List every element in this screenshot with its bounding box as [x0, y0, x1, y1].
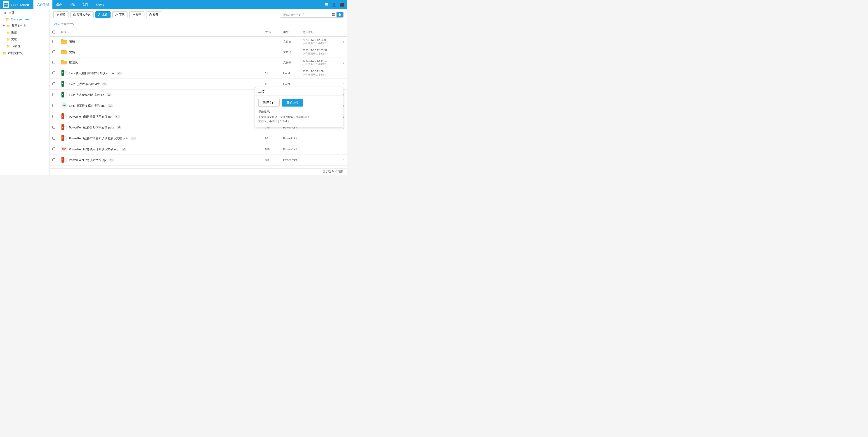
search-button[interactable] — [337, 12, 343, 18]
search-input[interactable] — [280, 12, 330, 18]
file-name[interactable]: Excel产品价格列表演示.xls — [69, 93, 104, 97]
nav-tab-recycle[interactable]: 回收站 — [92, 0, 108, 9]
sidebar-label-share-pictures: Share pictures — [10, 18, 29, 21]
sidebar-item-drawings[interactable]: 📁 图纸 — [0, 29, 50, 36]
sidebar-item-shared-folder[interactable]: ▼ 📁 共享文件夹 — [0, 22, 50, 29]
delete-label: 移除 — [153, 13, 158, 17]
table-row[interactable]: 压缩包 文件夹 2020/11/20 12:54:18小明 更新于 1 小时前 … — [50, 57, 347, 68]
row-checkbox[interactable] — [53, 126, 55, 129]
row-expand-icon[interactable]: › — [343, 50, 344, 54]
version-badge: v1 — [108, 104, 113, 107]
row-checkbox[interactable] — [53, 158, 55, 161]
svg-text:ODP: ODP — [62, 148, 66, 150]
file-name[interactable]: Excel办公楼日常维护计划演示.xlsx — [69, 71, 114, 75]
file-size: 12 KB — [265, 72, 273, 75]
header-actions: ☰ 👤 ⬛ — [325, 2, 344, 7]
row-checkbox[interactable] — [53, 104, 55, 107]
grid-view-button[interactable] — [330, 12, 337, 18]
row-expand-icon[interactable]: › — [343, 61, 344, 64]
user-icon[interactable]: 👤 — [332, 2, 336, 7]
file-name[interactable]: 文档 — [69, 50, 75, 54]
row-checkbox[interactable] — [53, 93, 55, 96]
row-expand-icon[interactable]: › — [343, 104, 344, 108]
row-checkbox[interactable] — [53, 40, 55, 43]
file-name[interactable]: PowerPoint业务计划演示文稿.pptx — [69, 125, 114, 129]
row-expand-icon[interactable]: › — [343, 147, 344, 151]
sidebar-item-compressed[interactable]: 📁 压缩包 — [0, 43, 50, 50]
col-size: 大小 — [262, 28, 281, 37]
file-name[interactable]: PowerPoint业务市场营销玻璃窗演示文稿.pptx — [69, 136, 129, 141]
table-row[interactable]: X Excel办公楼日常维护计划演示.xlsx v1 12 KB Excel 2… — [50, 68, 347, 79]
collapse-icon: ▼ — [3, 24, 5, 27]
new-folder-button[interactable]: 新建文件夹 — [70, 11, 94, 18]
table-row[interactable]: P PowerPoint业务演示文稿.ppt v1 3.3 PowerPoint… — [50, 155, 347, 166]
breadcrumb-all[interactable]: 全部 — [53, 22, 59, 26]
file-name[interactable]: Excel员工设备库存演示.ods — [69, 104, 105, 108]
sidebar-item-all[interactable]: ⊞ 全部 — [0, 9, 50, 16]
table-row[interactable]: 文档 文件夹 2020/11/20 12:53:59小明 更新于 1 小时前 › — [50, 47, 347, 57]
row-checkbox[interactable] — [53, 115, 55, 118]
file-name[interactable]: PowerPoint业务项目计划演示文稿.odp — [69, 147, 119, 151]
row-checkbox[interactable] — [53, 71, 55, 75]
file-name[interactable]: PowerPoint业务演示文稿.ppt — [69, 158, 106, 162]
start-upload-button[interactable]: 开始上传 — [282, 99, 303, 107]
row-checkbox[interactable] — [53, 137, 55, 140]
time-main: 2020/11/20 12:53:59 — [303, 49, 338, 52]
table-row[interactable]: P PowerPoint业务市场营销玻璃窗演示文稿.pptx v1 98 Pow… — [50, 133, 347, 144]
upload-button[interactable]: 上传 — [95, 11, 111, 18]
row-expand-icon[interactable]: › — [343, 93, 344, 97]
row-expand-icon[interactable]: › — [343, 158, 344, 162]
file-name-cell: 图纸 — [61, 39, 260, 45]
nav-tab-task[interactable]: 任务 — [53, 0, 66, 9]
logout-icon[interactable]: ⬛ — [340, 2, 344, 7]
filter-icon — [56, 13, 59, 16]
header: dbox Share 文件管理 任务 讨论 动态 回收站 ☰ 👤 ⬛ — [0, 0, 347, 9]
row-expand-icon[interactable]: › — [343, 82, 344, 86]
row-checkbox[interactable] — [53, 82, 55, 85]
table-row[interactable]: ODP PowerPoint业务项目计划演示文稿.odp v1 610 Powe… — [50, 144, 347, 155]
file-name[interactable]: 压缩包 — [69, 61, 78, 65]
select-all-checkbox[interactable] — [53, 31, 55, 33]
version-badge: v1 — [122, 148, 127, 151]
file-name-cell: 文档 — [61, 49, 260, 55]
breadcrumb-current: 共享文件夹 — [61, 22, 74, 26]
sidebar-item-documents[interactable]: 📁 文档 — [0, 36, 50, 43]
filter-button[interactable]: 筛选 — [53, 11, 68, 18]
file-name-cell: ODS Excel员工设备库存演示.ods v1 — [61, 102, 260, 109]
file-name[interactable]: 图纸 — [69, 40, 75, 44]
row-expand-icon[interactable]: › — [343, 125, 344, 129]
file-size: 610 — [265, 148, 270, 151]
nav-tab-dynamic[interactable]: 动态 — [79, 0, 92, 9]
sidebar-item-share-pictures[interactable]: 📁 Share pictures — [0, 16, 50, 22]
row-expand-icon[interactable]: › — [343, 40, 344, 43]
svg-rect-11 — [332, 13, 333, 14]
row-expand-icon[interactable]: › — [343, 136, 344, 140]
row-checkbox[interactable] — [53, 61, 55, 64]
file-type: 文件夹 — [283, 61, 291, 64]
download-label: 下载 — [119, 13, 125, 17]
version-badge: v1 — [131, 137, 136, 140]
row-expand-icon[interactable]: › — [343, 71, 344, 75]
dialog-close-button[interactable]: — — [336, 90, 340, 94]
dialog-body: 选择文件 开始上传 温馨提示: 支持拖放文件夹、文件到此窗口添加列表； 文件大小… — [255, 96, 343, 127]
file-name[interactable]: PowerPoint销售提案演示文稿.ppt — [69, 115, 112, 119]
file-name-cell: P PowerPoint销售提案演示文稿.ppt v1 — [61, 113, 260, 120]
sidebar-item-my-folder[interactable]: 📁 我的文件夹 — [0, 50, 50, 57]
row-expand-icon[interactable]: › — [343, 115, 344, 119]
select-file-button[interactable]: 选择文件 — [258, 99, 280, 107]
filter-label: 筛选 — [60, 13, 66, 17]
nav-tab-file-manage[interactable]: 文件管理 — [33, 0, 53, 9]
svg-rect-12 — [333, 13, 335, 14]
search-icon — [338, 13, 342, 16]
move-button[interactable]: 移动 — [129, 11, 145, 18]
col-name[interactable]: 名称 ⇅ — [58, 28, 262, 37]
nav-tab-discuss[interactable]: 讨论 — [66, 0, 79, 9]
row-checkbox[interactable] — [53, 147, 55, 150]
menu-icon[interactable]: ☰ — [325, 2, 328, 7]
file-name[interactable]: Excel仓库库存演示.xlsx — [69, 82, 100, 86]
delete-button[interactable]: 移除 — [146, 11, 161, 18]
table-row[interactable]: 图纸 文件夹 2020/11/20 12:54:06小明 更新于 1 小时前 › — [50, 37, 347, 47]
row-checkbox[interactable] — [53, 51, 55, 53]
file-icon: ODS — [61, 102, 67, 109]
download-button[interactable]: 下载 — [112, 11, 127, 18]
